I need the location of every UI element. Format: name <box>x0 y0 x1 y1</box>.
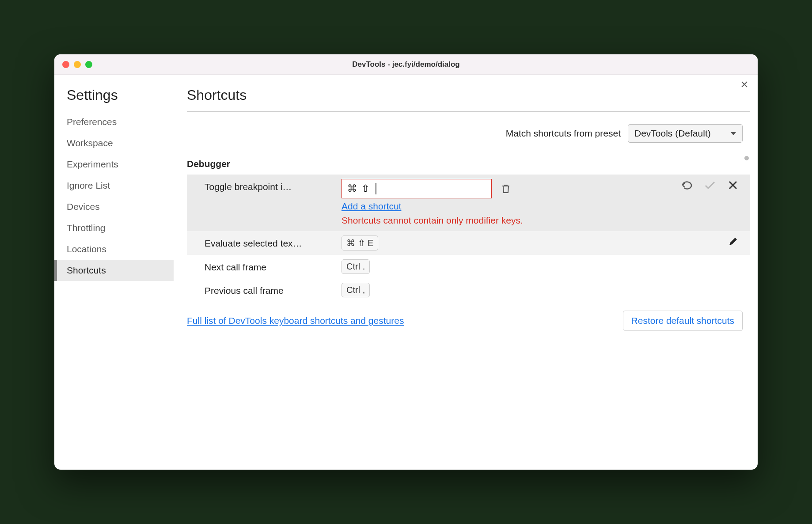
panel-heading: Shortcuts <box>187 87 750 112</box>
confirm-button[interactable] <box>704 179 716 191</box>
chevron-down-icon <box>731 132 736 135</box>
settings-sidebar: Settings Preferences Workspace Experimen… <box>54 75 174 470</box>
shortcuts-scroll-area: Debugger Toggle breakpoint i… ⌘ ⇧ <box>187 155 750 470</box>
scrollbar-thumb[interactable] <box>744 156 749 160</box>
shortcut-label: Evaluate selected tex… <box>205 235 341 249</box>
shortcut-kbd: ⌘ ⇧ E <box>341 235 378 251</box>
shortcut-row-previous-call-frame: Previous call frame Ctrl , <box>187 278 750 302</box>
sidebar-item-preferences[interactable]: Preferences <box>54 111 174 133</box>
shortcut-input[interactable]: ⌘ ⇧ <box>341 179 492 198</box>
shortcut-kbd: Ctrl , <box>341 283 370 297</box>
shortcut-row-evaluate-selected: Evaluate selected tex… ⌘ ⇧ E <box>187 231 750 255</box>
shortcut-label: Toggle breakpoint i… <box>205 179 341 192</box>
preset-select[interactable]: DevTools (Default) <box>628 124 743 143</box>
sidebar-item-devices[interactable]: Devices <box>54 196 174 217</box>
restore-defaults-button[interactable]: Restore default shortcuts <box>623 311 743 331</box>
shortcut-label: Next call frame <box>205 259 341 273</box>
sidebar-item-experiments[interactable]: Experiments <box>54 154 174 175</box>
devtools-settings-window: DevTools - jec.fyi/demo/dialog Settings … <box>54 54 758 470</box>
delete-shortcut-button[interactable] <box>500 182 512 195</box>
sidebar-item-workspace[interactable]: Workspace <box>54 133 174 154</box>
settings-body: Settings Preferences Workspace Experimen… <box>54 75 758 470</box>
add-shortcut-link[interactable]: Add a shortcut <box>341 201 681 212</box>
shortcut-error-text: Shortcuts cannot contain only modifier k… <box>341 214 554 227</box>
shortcut-kbd: Ctrl . <box>341 259 370 274</box>
preset-row: Match shortcuts from preset DevTools (De… <box>187 112 750 155</box>
shortcut-label: Previous call frame <box>205 283 341 296</box>
window-title: DevTools - jec.fyi/demo/dialog <box>54 60 758 69</box>
edit-shortcut-button[interactable] <box>727 235 739 248</box>
full-list-link[interactable]: Full list of DevTools keyboard shortcuts… <box>187 315 404 326</box>
sidebar-title: Settings <box>54 87 174 111</box>
sidebar-item-ignore-list[interactable]: Ignore List <box>54 175 174 196</box>
section-debugger: Debugger <box>187 155 750 175</box>
undo-button[interactable] <box>681 179 693 191</box>
sidebar-item-locations[interactable]: Locations <box>54 239 174 260</box>
text-cursor <box>376 183 376 194</box>
sidebar-item-throttling[interactable]: Throttling <box>54 217 174 239</box>
preset-value: DevTools (Default) <box>634 128 711 139</box>
titlebar: DevTools - jec.fyi/demo/dialog <box>54 54 758 75</box>
shortcut-row-next-call-frame: Next call frame Ctrl . <box>187 255 750 278</box>
preset-label: Match shortcuts from preset <box>506 128 621 139</box>
cancel-button[interactable] <box>727 179 739 191</box>
shortcuts-panel: Shortcuts Match shortcuts from preset De… <box>174 75 758 470</box>
shortcut-row-toggle-breakpoint: Toggle breakpoint i… ⌘ ⇧ Add a shortcut <box>187 175 750 231</box>
edit-row-actions <box>681 179 743 193</box>
sidebar-item-shortcuts[interactable]: Shortcuts <box>54 260 174 281</box>
shortcuts-footer: Full list of DevTools keyboard shortcuts… <box>187 302 750 342</box>
shortcut-edit-area: ⌘ ⇧ Add a shortcut Shortcuts cannot cont… <box>341 179 681 227</box>
